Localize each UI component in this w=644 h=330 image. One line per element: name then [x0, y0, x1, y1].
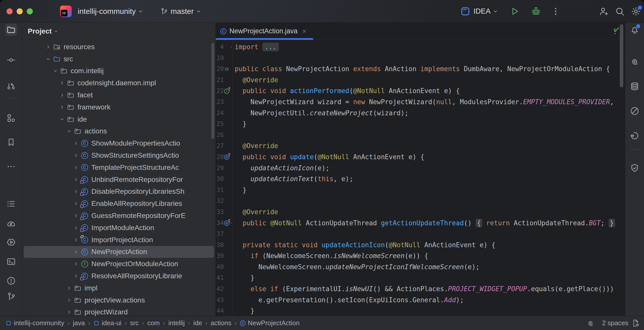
- expand-chevron-icon[interactable]: [72, 225, 80, 231]
- expand-chevron-icon[interactable]: [58, 92, 66, 98]
- tree-row[interactable]: INewProjectOrModuleAction: [24, 258, 214, 270]
- editor-gutter[interactable]: 32: [216, 196, 233, 207]
- editor-gutter[interactable]: 19: [216, 53, 233, 64]
- implements-method-icon[interactable]: I↑: [224, 86, 230, 97]
- add-user-icon[interactable]: [599, 6, 609, 16]
- breadcrumb-item[interactable]: src: [130, 319, 139, 327]
- tree-row[interactable]: CDisableRepositoryLibrariesSh: [24, 186, 214, 198]
- editor-gutter[interactable]: 31: [216, 185, 233, 196]
- expand-chevron-icon[interactable]: [72, 237, 80, 243]
- tool-no-entry-icon[interactable]: [629, 105, 641, 117]
- tree-row[interactable]: CTemplateProjectStructureAc: [24, 161, 214, 174]
- ai-assistant-status-icon[interactable]: [586, 319, 595, 327]
- expand-chevron-icon[interactable]: [51, 68, 59, 74]
- tool-branch-icon[interactable]: [5, 290, 17, 302]
- inspections-ok-icon[interactable]: [612, 26, 620, 33]
- implemented-marker-icon[interactable]: [224, 64, 230, 75]
- editor-gutter[interactable]: 42: [216, 284, 233, 295]
- tree-row[interactable]: CShowStructureSettingsActio: [24, 149, 214, 161]
- indent-config-label[interactable]: 2 spaces: [602, 319, 628, 327]
- editor-gutter[interactable]: 39: [216, 251, 233, 262]
- tree-row[interactable]: framework: [24, 101, 214, 113]
- tree-row[interactable]: actions: [24, 125, 214, 138]
- tree-row[interactable]: CResolveAllRepositoryLibrarie: [24, 270, 214, 282]
- overrides-method-icon[interactable]: ↑: [224, 218, 230, 229]
- tree-row[interactable]: CShowModulePropertiesActio: [24, 137, 214, 149]
- tool-run-target-icon[interactable]: [629, 130, 641, 142]
- tree-row[interactable]: CUnbindRemoteRepositoryFor: [24, 174, 214, 186]
- tree-row[interactable]: src: [24, 53, 214, 65]
- tree-row[interactable]: codeInsight.daemon.impl: [24, 77, 214, 89]
- expand-chevron-icon[interactable]: [72, 177, 80, 182]
- code-style-file-icon[interactable]: [631, 319, 640, 327]
- editor-gutter[interactable]: 34↑: [216, 218, 233, 229]
- tool-vcs-icon[interactable]: [5, 80, 17, 92]
- close-window-button[interactable]: [7, 8, 13, 14]
- tool-profiler-icon[interactable]: [5, 217, 17, 229]
- close-tab-icon[interactable]: [302, 29, 307, 34]
- breadcrumb-item[interactable]: idea-ui: [93, 319, 121, 327]
- editor-gutter[interactable]: 27: [216, 141, 233, 152]
- tree-row[interactable]: CImportModuleAction: [24, 222, 214, 234]
- expand-chevron-icon[interactable]: [72, 165, 80, 170]
- editor-gutter[interactable]: 38: [216, 240, 233, 251]
- editor-gutter[interactable]: 41: [216, 272, 233, 284]
- editor-gutter[interactable]: 23: [216, 97, 233, 108]
- expand-chevron-icon[interactable]: [58, 117, 66, 122]
- expand-chevron-icon[interactable]: [72, 141, 80, 146]
- tree-row[interactable]: projectView.actions: [24, 294, 214, 306]
- tool-commit-icon[interactable]: [5, 54, 17, 66]
- expand-chevron-icon[interactable]: [65, 297, 73, 303]
- breadcrumb-item[interactable]: intellij: [168, 319, 185, 327]
- run-button[interactable]: [510, 6, 520, 16]
- tool-more-icon[interactable]: [5, 160, 17, 173]
- expand-chevron-icon[interactable]: [58, 80, 66, 86]
- tool-notifications-icon[interactable]: [629, 24, 641, 36]
- tool-problems-icon[interactable]: [5, 275, 17, 287]
- tree-row[interactable]: com.intellij: [24, 65, 214, 77]
- tool-terminal-icon[interactable]: [5, 256, 17, 268]
- tree-row[interactable]: facet: [24, 89, 214, 101]
- breadcrumb-item[interactable]: intellij-community: [6, 319, 64, 327]
- tree-row[interactable]: impl: [24, 282, 214, 294]
- tree-row[interactable]: projectWizard: [24, 306, 214, 316]
- editor-gutter[interactable]: 30: [216, 174, 233, 185]
- expand-chevron-icon[interactable]: [72, 189, 80, 194]
- editor-gutter[interactable]: 20: [216, 64, 233, 75]
- tool-ai-assistant-icon[interactable]: [629, 56, 641, 68]
- expand-chevron-icon[interactable]: [44, 44, 52, 50]
- editor-gutter[interactable]: 24: [216, 108, 233, 119]
- tree-row[interactable]: CGuessRemoteRepositoryForE: [24, 210, 214, 222]
- expand-chevron-icon[interactable]: [72, 249, 80, 255]
- expand-chevron-icon[interactable]: [65, 128, 73, 134]
- editor-gutter[interactable]: 37: [216, 229, 233, 240]
- expand-chevron-icon[interactable]: [72, 261, 80, 267]
- tree-row-selected[interactable]: CNewProjectAction: [24, 246, 214, 258]
- expand-chevron-icon[interactable]: [44, 56, 52, 62]
- minimize-window-button[interactable]: [17, 8, 23, 14]
- breadcrumb-item[interactable]: CNewProjectAction: [240, 319, 300, 327]
- code-editor[interactable]: 4import ...1920public class NewProjectAc…: [216, 40, 625, 316]
- more-actions-icon[interactable]: [551, 6, 561, 16]
- editor-gutter[interactable]: 33: [216, 207, 233, 218]
- editor-gutter[interactable]: 29: [216, 163, 233, 174]
- breadcrumb-item[interactable]: actions: [211, 319, 231, 327]
- editor-scrollbar[interactable]: [620, 24, 623, 87]
- editor-gutter[interactable]: 43: [216, 295, 233, 306]
- tree-row[interactable]: CImportProjectAction: [24, 234, 214, 246]
- maximize-window-button[interactable]: [27, 8, 33, 14]
- breadcrumb-item[interactable]: java: [73, 319, 85, 327]
- overrides-method-icon[interactable]: ↑: [224, 152, 230, 163]
- editor-gutter[interactable]: 4: [216, 42, 233, 53]
- project-panel-header[interactable]: Project: [22, 23, 216, 40]
- tool-project-icon[interactable]: [5, 24, 17, 36]
- expand-chevron-icon[interactable]: [72, 153, 80, 158]
- project-selector-button[interactable]: intellij-community: [78, 7, 144, 16]
- tool-database-icon[interactable]: [629, 80, 641, 92]
- tool-services-icon[interactable]: [5, 236, 17, 248]
- tree-row[interactable]: resources: [24, 41, 214, 53]
- project-tree-scrollbar[interactable]: [211, 43, 214, 139]
- settings-gear-icon[interactable]: [631, 6, 641, 16]
- tool-shield-icon[interactable]: [629, 162, 641, 174]
- editor-gutter[interactable]: 44: [216, 306, 233, 316]
